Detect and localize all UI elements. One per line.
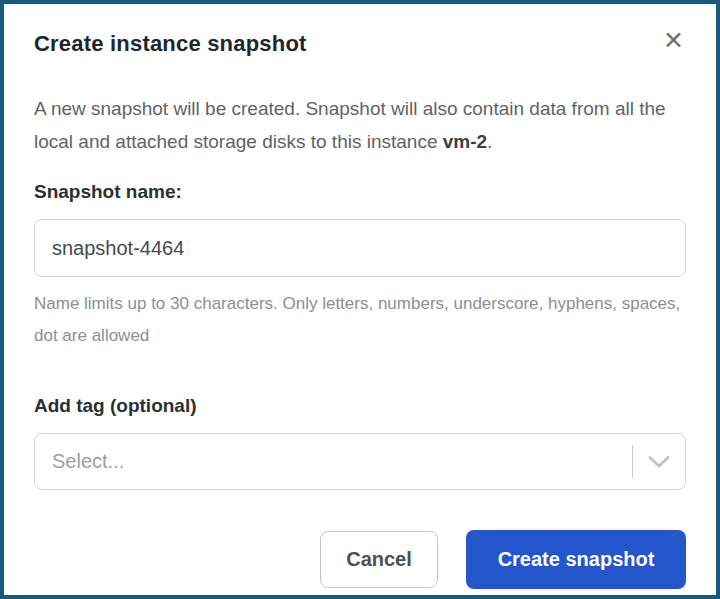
cancel-button[interactable]: Cancel bbox=[320, 531, 438, 588]
create-instance-snapshot-dialog: Create instance snapshot ✕ A new snapsho… bbox=[0, 0, 720, 599]
dialog-title: Create instance snapshot bbox=[34, 31, 307, 57]
instance-name: vm-2 bbox=[443, 131, 487, 152]
tag-select[interactable]: Select... bbox=[34, 433, 686, 490]
dialog-header: Create instance snapshot ✕ bbox=[34, 31, 686, 57]
create-snapshot-button[interactable]: Create snapshot bbox=[466, 530, 686, 589]
description-text-end: . bbox=[487, 131, 492, 152]
snapshot-name-helper-text: Name limits up to 30 characters. Only le… bbox=[34, 288, 686, 352]
snapshot-name-input[interactable] bbox=[34, 219, 686, 277]
description-text: A new snapshot will be created. Snapshot… bbox=[34, 98, 666, 152]
snapshot-name-label: Snapshot name: bbox=[34, 181, 686, 203]
dialog-description: A new snapshot will be created. Snapshot… bbox=[34, 92, 686, 158]
chevron-down-icon[interactable] bbox=[633, 455, 685, 469]
dialog-footer: Cancel Create snapshot bbox=[34, 530, 686, 589]
tag-select-placeholder: Select... bbox=[35, 450, 632, 473]
add-tag-label: Add tag (optional) bbox=[34, 395, 686, 417]
close-icon[interactable]: ✕ bbox=[663, 30, 684, 52]
